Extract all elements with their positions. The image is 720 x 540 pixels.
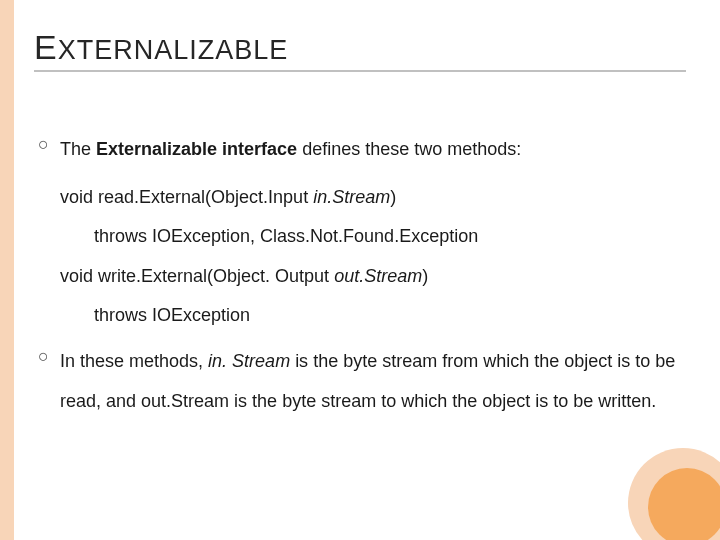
code-line: void write.External(Object. Output out.S…	[60, 257, 678, 297]
code-line: void read.External(Object.Input in.Strea…	[60, 178, 678, 218]
text-fragment: The	[60, 139, 96, 159]
code-text: )	[422, 266, 428, 286]
title-first-cap: E	[34, 28, 58, 66]
code-text-italic: in.Stream	[313, 187, 390, 207]
bullet-marker-icon: ○	[38, 342, 60, 371]
code-text: void write.External(Object. Output	[60, 266, 334, 286]
text-fragment-bold: Externalizable interface	[96, 139, 302, 159]
bullet-item: ○ The Externalizable interface defines t…	[38, 130, 678, 170]
content-area: ○ The Externalizable interface defines t…	[38, 130, 678, 429]
code-line-indent: throws IOException, Class.Not.Found.Exce…	[60, 217, 678, 257]
left-accent-bar	[0, 0, 14, 540]
code-text: void read.External(Object.Input	[60, 187, 313, 207]
title-underline	[34, 70, 686, 72]
decor-circle-inner	[648, 468, 720, 540]
code-text-italic: out.Stream	[334, 266, 422, 286]
code-text: )	[390, 187, 396, 207]
bullet-item: ○ In these methods, in. Stream is the by…	[38, 342, 678, 421]
code-block: void read.External(Object.Input in.Strea…	[60, 178, 678, 336]
text-fragment: defines these two methods:	[302, 139, 521, 159]
title-rest: XTERNALIZABLE	[58, 35, 289, 65]
text-fragment-italic: in. Stream	[208, 351, 295, 371]
page-title: EXTERNALIZABLE	[34, 28, 288, 67]
bullet-marker-icon: ○	[38, 130, 60, 159]
text-fragment: In these methods,	[60, 351, 208, 371]
bullet-text: In these methods, in. Stream is the byte…	[60, 342, 678, 421]
code-line-indent: throws IOException	[60, 296, 678, 336]
bullet-text: The Externalizable interface defines the…	[60, 130, 678, 170]
